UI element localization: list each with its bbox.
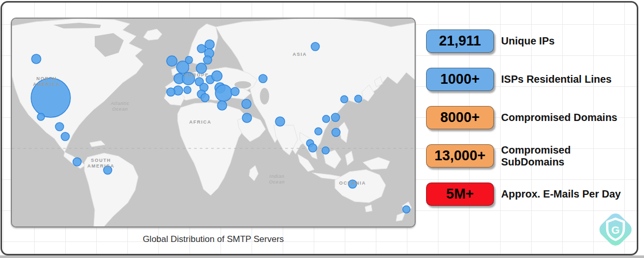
stat-badge: 5M+	[426, 183, 494, 206]
server-bubble	[309, 144, 317, 152]
stat-label: Compromised SubDomains	[501, 144, 637, 168]
server-bubble	[32, 54, 41, 64]
server-bubble	[205, 40, 214, 49]
world-map	[12, 19, 415, 226]
server-bubble	[275, 117, 285, 126]
server-bubble	[167, 88, 175, 96]
server-bubble	[31, 78, 70, 117]
server-bubble	[348, 180, 357, 188]
infographic-canvas: NORTH AMERICASOUTH AMERICAEUROPEAFRICAAS…	[1, 1, 638, 255]
server-bubble	[331, 113, 340, 122]
server-bubble	[203, 56, 212, 64]
stats-panel: 21,911Unique IPs1000+ISPs Residential Li…	[426, 29, 637, 221]
world-map-panel: NORTH AMERICASOUTH AMERICAEUROPEAFRICAAS…	[11, 18, 416, 227]
bottom-edge	[0, 255, 644, 258]
server-bubble	[197, 44, 206, 53]
black-sea	[235, 81, 251, 88]
server-bubble	[61, 132, 69, 141]
server-bubble	[73, 158, 81, 166]
stat-badge: 21,911	[426, 29, 494, 53]
server-bubble	[231, 87, 239, 96]
stat-label: ISPs Residential Lines	[501, 73, 611, 85]
server-bubble	[184, 86, 191, 94]
server-bubble	[104, 166, 112, 174]
server-bubble	[215, 85, 232, 101]
stat-row: 1000+ISPs Residential Lines	[426, 68, 637, 91]
stat-badge: 1000+	[426, 68, 494, 91]
server-bubble	[185, 56, 193, 64]
brand-logo: G	[593, 207, 638, 252]
server-bubble	[259, 74, 267, 83]
caspian-sea	[260, 88, 269, 104]
server-bubble	[311, 42, 319, 51]
server-bubble	[37, 113, 45, 120]
server-bubble	[182, 72, 195, 85]
logo-letter: G	[611, 224, 620, 236]
stat-badge: 8000+	[426, 106, 494, 129]
server-bubble	[403, 206, 410, 213]
server-bubble	[322, 147, 329, 154]
stat-row: 5M+Approx. E-Mails Per Day	[426, 183, 637, 206]
server-bubble	[196, 63, 207, 73]
server-bubble	[341, 96, 348, 103]
server-bubble	[315, 128, 322, 135]
stat-label: Unique IPs	[501, 35, 554, 47]
stat-row: 13,000+Compromised SubDomains	[426, 144, 637, 168]
stat-row: 21,911Unique IPs	[426, 29, 637, 53]
server-bubble	[355, 95, 362, 102]
map-caption: Global Distribution of SMTP Servers	[11, 234, 416, 245]
server-bubble	[242, 113, 252, 123]
stat-label: Approx. E-Mails Per Day	[501, 188, 621, 200]
server-bubble	[332, 128, 340, 136]
server-bubble	[167, 56, 177, 66]
stat-label: Compromised Domains	[501, 112, 617, 124]
stat-row: 8000+Compromised Domains	[426, 106, 637, 129]
stat-badge: 13,000+	[426, 144, 494, 168]
server-bubble	[323, 115, 330, 123]
server-bubble	[212, 71, 222, 81]
server-bubble	[242, 99, 251, 109]
server-bubble	[217, 101, 227, 110]
server-bubble	[55, 123, 64, 131]
server-bubble	[201, 94, 209, 102]
